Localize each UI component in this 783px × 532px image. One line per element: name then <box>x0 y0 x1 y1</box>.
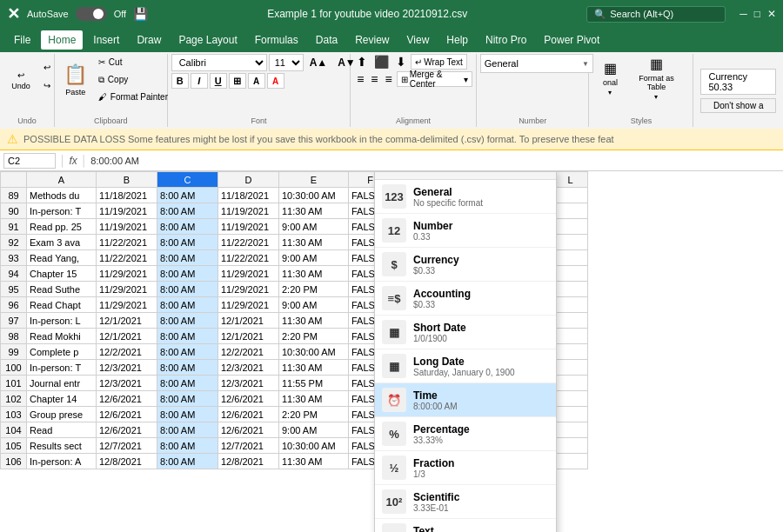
align-center-btn[interactable]: ≡ <box>368 71 380 87</box>
fill-color-btn[interactable]: A <box>248 73 265 89</box>
cell-c[interactable]: 8:00 AM <box>157 297 218 313</box>
menu-view[interactable]: View <box>400 30 437 50</box>
menu-page-layout[interactable]: Page Layout <box>171 30 244 50</box>
copy-btn[interactable]: ⧉ Copy <box>95 71 171 88</box>
format-item-scientific[interactable]: 10² Scientific 3.33E-01 <box>375 485 556 519</box>
cell-a[interactable]: In-person: T <box>27 360 97 376</box>
undo-btn[interactable]: ↩ Undo <box>3 54 38 106</box>
cell-c[interactable]: 8:00 AM <box>157 266 218 282</box>
cell-b[interactable]: 12/3/2021 <box>97 376 157 391</box>
cell-extra[interactable] <box>553 188 588 203</box>
cell-d[interactable]: 11/18/2021 <box>218 188 279 203</box>
cell-d[interactable]: 12/6/2021 <box>218 391 279 407</box>
col-header-e[interactable]: E <box>279 172 349 188</box>
cell-c[interactable]: 8:00 AM <box>157 407 218 422</box>
menu-file[interactable]: File <box>7 30 37 50</box>
cell-c[interactable]: 8:00 AM <box>157 360 218 376</box>
cell-e[interactable]: 2:20 PM <box>279 282 349 297</box>
paste-btn[interactable]: 📋 Paste <box>58 54 93 106</box>
minimize-btn[interactable]: ─ <box>740 8 747 20</box>
cell-b[interactable]: 12/8/2021 <box>97 454 157 469</box>
cut-btn[interactable]: ✂ Cut <box>95 54 171 70</box>
cell-b[interactable]: 12/7/2021 <box>97 438 157 454</box>
col-header-a[interactable]: A <box>27 172 97 188</box>
cell-b[interactable]: 12/6/2021 <box>97 407 157 422</box>
cell-extra[interactable] <box>553 422 588 438</box>
cell-extra[interactable] <box>553 282 588 297</box>
cell-e[interactable]: 9:00 AM <box>279 297 349 313</box>
cell-b[interactable]: 11/29/2021 <box>97 282 157 297</box>
cell-e[interactable]: 11:30 AM <box>279 266 349 282</box>
cell-d[interactable]: 11/22/2021 <box>218 235 279 250</box>
cell-extra[interactable] <box>553 297 588 313</box>
align-right-btn[interactable]: ≡ <box>383 71 395 87</box>
cell-d[interactable]: 12/3/2021 <box>218 360 279 376</box>
format-item-text[interactable]: ab Text 0.333333333 <box>375 519 556 532</box>
cell-d[interactable]: 11/29/2021 <box>218 266 279 282</box>
cell-extra[interactable] <box>553 203 588 219</box>
cell-a[interactable]: Journal entr <box>27 376 97 391</box>
cell-c[interactable]: 8:00 AM <box>157 235 218 250</box>
cell-e[interactable]: 9:00 AM <box>279 250 349 266</box>
cell-extra[interactable] <box>553 329 588 344</box>
cell-c[interactable]: 8:00 AM <box>157 376 218 391</box>
menu-draw[interactable]: Draw <box>130 30 168 50</box>
font-name-select[interactable]: Calibri <box>171 54 267 71</box>
close-btn[interactable]: ✕ <box>767 8 776 20</box>
cell-a[interactable]: Methods du <box>27 188 97 203</box>
cell-d[interactable]: 11/22/2021 <box>218 250 279 266</box>
menu-nitro[interactable]: Nitro Pro <box>478 30 533 50</box>
cell-d[interactable]: 12/1/2021 <box>218 313 279 329</box>
cell-a[interactable]: In-person: T <box>27 203 97 219</box>
cell-a[interactable]: Read Chapt <box>27 297 97 313</box>
cell-b[interactable]: 12/6/2021 <box>97 391 157 407</box>
cell-d[interactable]: 12/3/2021 <box>218 376 279 391</box>
cell-e[interactable]: 11:30 AM <box>279 235 349 250</box>
cell-b[interactable]: 11/22/2021 <box>97 250 157 266</box>
cell-a[interactable]: Read <box>27 422 97 438</box>
cell-b[interactable]: 11/19/2021 <box>97 219 157 235</box>
cell-c[interactable]: 8:00 AM <box>157 344 218 360</box>
cell-extra[interactable] <box>553 266 588 282</box>
font-color-btn[interactable]: A <box>267 73 284 89</box>
cell-a[interactable]: In-person: A <box>27 454 97 469</box>
cell-extra[interactable] <box>553 454 588 469</box>
cell-extra[interactable] <box>553 391 588 407</box>
cell-e[interactable]: 9:00 AM <box>279 422 349 438</box>
cell-d[interactable]: 12/2/2021 <box>218 344 279 360</box>
cell-e[interactable]: 11:30 AM <box>279 313 349 329</box>
underline-btn[interactable]: U <box>210 73 227 89</box>
cell-a[interactable]: Read pp. 25 <box>27 219 97 235</box>
number-format-dropdown-btn[interactable]: General ▼ <box>480 54 593 73</box>
format-as-table-btn[interactable]: ▦ Format as Table ▾ <box>629 54 683 102</box>
cell-c[interactable]: 8:00 AM <box>157 422 218 438</box>
cell-extra[interactable] <box>553 438 588 454</box>
align-middle-btn[interactable]: ⬛ <box>371 54 392 70</box>
cell-c[interactable]: 8:00 AM <box>157 203 218 219</box>
cell-b[interactable]: 11/22/2021 <box>97 235 157 250</box>
cell-d[interactable]: 11/19/2021 <box>218 219 279 235</box>
format-item-general[interactable]: 123 General No specific format <box>375 180 556 214</box>
font-size-select[interactable]: 11 <box>269 54 304 71</box>
col-header-b[interactable]: B <box>97 172 157 188</box>
cell-b[interactable]: 11/29/2021 <box>97 297 157 313</box>
cell-b[interactable]: 11/29/2021 <box>97 266 157 282</box>
cell-d[interactable]: 12/8/2021 <box>218 454 279 469</box>
cell-b[interactable]: 11/18/2021 <box>97 188 157 203</box>
cell-d[interactable]: 11/29/2021 <box>218 297 279 313</box>
conditional-formatting-btn[interactable]: ▦ onal ▾ <box>592 54 627 102</box>
save-icon[interactable]: 💾 <box>133 7 148 21</box>
autosave-toggle[interactable] <box>76 7 107 21</box>
cell-e[interactable]: 10:30:00 AM <box>279 188 349 203</box>
cell-extra[interactable] <box>553 250 588 266</box>
cell-c[interactable]: 8:00 AM <box>157 282 218 297</box>
wrap-text-btn[interactable]: ↵ Wrap Text <box>411 54 467 70</box>
cell-a[interactable]: Read Mokhi <box>27 329 97 344</box>
col-header-d[interactable]: D <box>218 172 279 188</box>
cell-e[interactable]: 11:30 AM <box>279 454 349 469</box>
align-left-btn[interactable]: ≡ <box>354 71 366 87</box>
maximize-btn[interactable]: □ <box>754 8 760 20</box>
cell-a[interactable]: Complete p <box>27 344 97 360</box>
cell-e[interactable]: 11:30 AM <box>279 391 349 407</box>
cell-a[interactable]: Results sect <box>27 438 97 454</box>
